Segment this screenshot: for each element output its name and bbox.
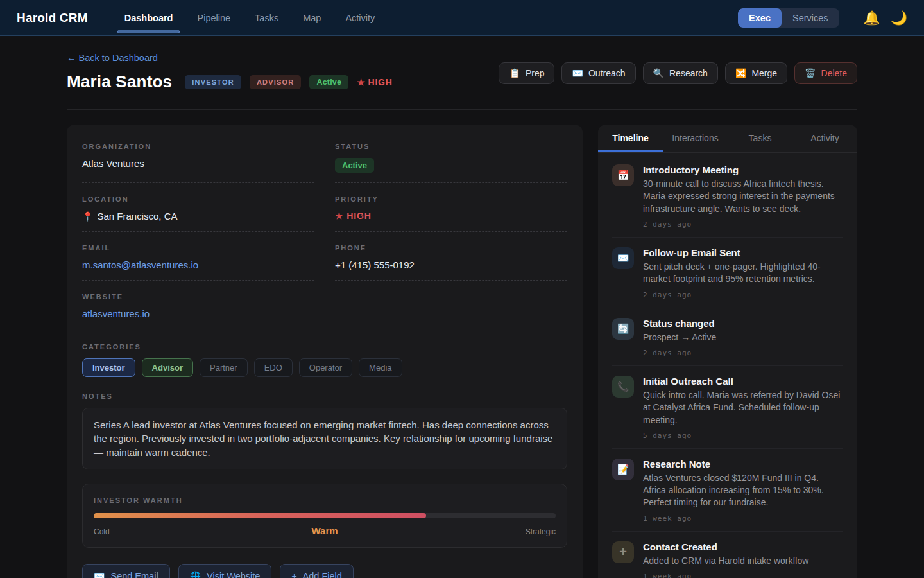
priority-field-label: PRIORITY bbox=[335, 195, 567, 203]
notes-label: NOTES bbox=[82, 392, 567, 400]
timeline-item[interactable]: 📞 Initial Outreach Call Quick intro call… bbox=[612, 366, 843, 449]
contact-name: Maria Santos bbox=[67, 72, 172, 92]
add-field-label: Add Field bbox=[303, 571, 342, 578]
tab-tasks[interactable]: Tasks bbox=[728, 125, 792, 152]
shuffle-icon: 🔀 bbox=[735, 69, 746, 78]
nav-tab-activity[interactable]: Activity bbox=[337, 8, 383, 28]
nav-tab-map[interactable]: Map bbox=[295, 8, 329, 28]
globe-icon: 🌐 bbox=[190, 572, 201, 578]
email-label: EMAIL bbox=[82, 244, 314, 252]
theme-moon-icon[interactable]: 🌙 bbox=[891, 11, 907, 24]
delete-button[interactable]: 🗑️ Delete bbox=[794, 62, 857, 84]
nav-tab-tasks[interactable]: Tasks bbox=[246, 8, 287, 28]
plus-icon: + bbox=[291, 572, 296, 578]
visit-website-button[interactable]: 🌐 Visit Website bbox=[178, 564, 272, 578]
refresh-icon: 🔄 bbox=[612, 318, 634, 340]
research-button[interactable]: 🔍 Research bbox=[643, 62, 718, 84]
status-badge: Active bbox=[335, 158, 374, 173]
tab-interactions[interactable]: Interactions bbox=[663, 125, 728, 152]
badge-investor: INVESTOR bbox=[185, 75, 241, 89]
field-email: EMAIL m.santos@atlasventures.io bbox=[82, 244, 314, 281]
timeline-item-time: 1 week ago bbox=[643, 572, 809, 578]
timeline-item[interactable]: 🔄 Status changed Prospect → Active 2 day… bbox=[612, 308, 843, 366]
timeline-item[interactable]: 📅 Introductory Meeting 30-minute call to… bbox=[612, 155, 843, 238]
phone-icon: 📞 bbox=[612, 376, 634, 398]
envelope-icon: ✉️ bbox=[572, 69, 583, 78]
envelope-icon: ✉️ bbox=[612, 247, 634, 269]
categories-label: CATEGORIES bbox=[82, 343, 567, 351]
warmth-slider[interactable] bbox=[94, 513, 556, 518]
timeline-item-title: Research Note bbox=[643, 459, 843, 469]
trash-icon: 🗑️ bbox=[805, 69, 816, 78]
delete-button-label: Delete bbox=[821, 68, 847, 78]
back-to-dashboard-link[interactable]: ← Back to Dashboard bbox=[67, 53, 158, 63]
tab-activity[interactable]: Activity bbox=[792, 125, 857, 152]
timeline-item[interactable]: 📝 Research Note Atlas Ventures closed $1… bbox=[612, 449, 843, 532]
add-field-button[interactable]: + Add Field bbox=[280, 564, 353, 578]
category-pill-edo[interactable]: EDO bbox=[254, 358, 293, 377]
contact-detail-card: ORGANIZATION Atlas Ventures STATUS Activ… bbox=[67, 125, 583, 578]
badge-status-active: Active bbox=[309, 75, 348, 89]
timeline-item-body: Added to CRM via Harold intake workflow bbox=[643, 555, 809, 567]
category-pill-operator[interactable]: Operator bbox=[299, 358, 352, 377]
magnifier-icon: 🔍 bbox=[653, 69, 664, 78]
notes-section: NOTES Series A lead investor at Atlas Ve… bbox=[82, 392, 567, 469]
investor-warmth-card: INVESTOR WARMTH Cold Warm Strategic bbox=[82, 484, 567, 548]
category-pill-partner[interactable]: Partner bbox=[200, 358, 248, 377]
outreach-button[interactable]: ✉️ Outreach bbox=[561, 62, 635, 84]
field-website: WEBSITE atlasventures.io bbox=[82, 293, 314, 329]
plus-icon: + bbox=[612, 541, 634, 563]
timeline-item[interactable]: + Contact Created Added to CRM via Harol… bbox=[612, 532, 843, 578]
badge-priority-high: ★HIGH bbox=[357, 77, 393, 87]
outreach-button-label: Outreach bbox=[588, 68, 626, 78]
website-label: WEBSITE bbox=[82, 293, 314, 301]
field-priority: PRIORITY ★HIGH bbox=[335, 195, 567, 232]
toggle-exec[interactable]: Exec bbox=[738, 8, 782, 28]
contact-header: ← Back to Dashboard Maria Santos INVESTO… bbox=[67, 36, 857, 110]
activity-panel: Timeline Interactions Tasks Activity 📅 I… bbox=[598, 125, 857, 578]
organization-label: ORGANIZATION bbox=[82, 143, 314, 150]
toggle-services[interactable]: Services bbox=[782, 8, 839, 28]
timeline-item-body: Atlas Ventures closed $120M Fund III in … bbox=[643, 472, 843, 509]
status-label: STATUS bbox=[335, 143, 567, 150]
notes-text[interactable]: Series A lead investor at Atlas Ventures… bbox=[82, 408, 567, 469]
warmth-current-value: Warm bbox=[248, 525, 402, 536]
timeline-item[interactable]: ✉️ Follow-up Email Sent Sent pitch deck … bbox=[612, 238, 843, 308]
envelope-icon: ✉️ bbox=[94, 572, 105, 578]
panel-tabs: Timeline Interactions Tasks Activity bbox=[598, 125, 857, 153]
tab-timeline[interactable]: Timeline bbox=[598, 125, 663, 152]
warmth-label: INVESTOR WARMTH bbox=[94, 496, 556, 504]
website-link[interactable]: atlasventures.io bbox=[82, 308, 314, 319]
category-pill-investor[interactable]: Investor bbox=[82, 358, 135, 377]
category-pill-media[interactable]: Media bbox=[359, 358, 402, 377]
notifications-bell-icon[interactable]: 🔔 bbox=[864, 11, 880, 24]
prep-button[interactable]: 📋 Prep bbox=[499, 62, 554, 84]
organization-value: Atlas Ventures bbox=[82, 158, 314, 169]
nav-tab-dashboard[interactable]: Dashboard bbox=[116, 8, 182, 28]
send-email-button[interactable]: ✉️ Send Email bbox=[82, 564, 170, 578]
pushpin-icon: 📍 bbox=[82, 211, 93, 222]
contact-quick-actions: ✉️ Send Email 🌐 Visit Website + Add Fiel… bbox=[82, 564, 567, 578]
timeline-item-title: Status changed bbox=[643, 318, 716, 329]
prep-button-label: Prep bbox=[526, 68, 545, 78]
field-organization: ORGANIZATION Atlas Ventures bbox=[82, 143, 314, 183]
memo-icon: 📝 bbox=[612, 459, 634, 480]
category-pill-advisor[interactable]: Advisor bbox=[142, 358, 193, 377]
research-button-label: Research bbox=[669, 68, 708, 78]
send-email-label: Send Email bbox=[110, 571, 158, 578]
calendar-icon: 📅 bbox=[612, 164, 634, 186]
email-link[interactable]: m.santos@atlasventures.io bbox=[82, 259, 314, 270]
timeline-item-body: Sent pitch deck + one-pager. Highlighted… bbox=[643, 261, 843, 286]
timeline-item-title: Follow-up Email Sent bbox=[643, 247, 843, 258]
priority-value: HIGH bbox=[346, 211, 371, 221]
timeline-item-time: 2 days ago bbox=[643, 349, 716, 357]
nav-tab-pipeline[interactable]: Pipeline bbox=[189, 8, 239, 28]
phone-value: +1 (415) 555-0192 bbox=[335, 259, 567, 270]
app-brand: Harold CRM bbox=[17, 11, 88, 25]
categories-section: CATEGORIES Investor Advisor Partner EDO … bbox=[82, 343, 567, 377]
timeline-item-body: 30-minute call to discuss Africa fintech… bbox=[643, 178, 843, 215]
warmth-fill bbox=[94, 513, 426, 518]
star-icon: ★ bbox=[335, 211, 343, 221]
merge-button[interactable]: 🔀 Merge bbox=[725, 62, 787, 84]
clipboard-icon: 📋 bbox=[509, 69, 520, 78]
